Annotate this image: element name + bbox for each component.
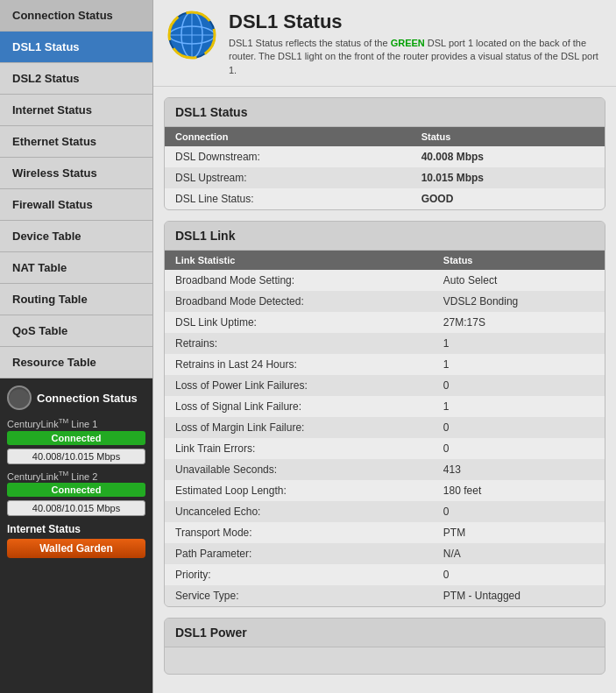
sidebar-item-qos-table[interactable]: QoS Table (0, 315, 152, 347)
row-value: 1 (433, 354, 605, 375)
walled-garden-badge: Walled Garden (7, 539, 145, 558)
line1-speed: 40.008/10.015 Mbps (7, 449, 145, 464)
table-row: DSL Upstream:10.015 Mbps (165, 167, 605, 188)
dsl1-power-title: DSL1 Power (165, 619, 605, 647)
row-value: 0 (433, 438, 605, 459)
table-row: Broadband Mode Setting:Auto Select (165, 270, 605, 291)
page-title: DSL1 Status (229, 11, 602, 33)
sidebar-item-wireless-status[interactable]: Wireless Status (0, 158, 152, 189)
sidebar-item-firewall-status[interactable]: Firewall Status (0, 189, 152, 221)
row-value: 0 (433, 375, 605, 396)
row-label: Service Type: (165, 585, 433, 606)
row-label: DSL Line Status: (165, 188, 411, 209)
row-label: Broadband Mode Setting: (165, 270, 433, 291)
dsl1-status-section: DSL1 Status Connection Status DSL Downst… (164, 97, 605, 210)
line2-status-badge: Connected (7, 483, 145, 497)
sidebar-item-resource-table[interactable]: Resource Table (0, 347, 152, 378)
table-row: DSL Downstream:40.008 Mbps (165, 146, 605, 167)
gauge-icon (7, 385, 32, 410)
sidebar: Connection StatusDSL1 StatusDSL2 StatusI… (0, 0, 153, 693)
sidebar-item-nat-table[interactable]: NAT Table (0, 252, 152, 284)
row-label: DSL Link Uptime: (165, 312, 433, 333)
table-row: DSL Line Status:GOOD (165, 188, 605, 209)
internet-status-label: Internet Status (7, 523, 145, 535)
row-label: Loss of Signal Link Failure: (165, 396, 433, 417)
row-value: PTM - Untagged (433, 585, 605, 606)
line2-speed: 40.008/10.015 Mbps (7, 500, 145, 516)
col-link-statistic: Link Statistic (165, 251, 433, 270)
table-row: Loss of Signal Link Failure:1 (165, 396, 605, 417)
dsl1-link-title: DSL1 Link (165, 222, 605, 251)
row-label: Retrains: (165, 333, 433, 354)
row-label: Priority: (165, 564, 433, 585)
dsl1-link-table: Link Statistic Status Broadband Mode Set… (165, 251, 605, 606)
row-value: GOOD (411, 188, 605, 209)
row-label: Broadband Mode Detected: (165, 291, 433, 312)
sidebar-item-routing-table[interactable]: Routing Table (0, 284, 152, 315)
row-label: Transport Mode: (165, 522, 433, 543)
table-row: Uncanceled Echo:0 (165, 501, 605, 522)
table-row: Estimated Loop Length:180 feet (165, 480, 605, 501)
col-link-status: Status (433, 251, 605, 270)
row-label: Estimated Loop Length: (165, 480, 433, 501)
col-status: Status (411, 127, 605, 146)
row-label: Uncanceled Echo: (165, 501, 433, 522)
row-value: 0 (433, 564, 605, 585)
row-value: VDSL2 Bonding (433, 291, 605, 312)
sidebar-item-internet-status[interactable]: Internet Status (0, 95, 152, 126)
row-value: 0 (433, 501, 605, 522)
row-value: 10.015 Mbps (411, 167, 605, 188)
sidebar-item-connection-status[interactable]: Connection Status (0, 0, 152, 32)
table-row: Loss of Margin Link Failure:0 (165, 417, 605, 438)
dsl1-power-section: DSL1 Power (164, 618, 605, 675)
table-row: Link Train Errors:0 (165, 438, 605, 459)
row-value: N/A (433, 543, 605, 564)
row-value: PTM (433, 522, 605, 543)
green-word: GREEN (391, 38, 425, 48)
table-row: Unavailable Seconds:413 (165, 459, 605, 480)
col-connection: Connection (165, 127, 411, 146)
page-description: DSL1 Status reflects the status of the G… (229, 37, 602, 77)
page-header-text: DSL1 Status DSL1 Status reflects the sta… (229, 11, 602, 77)
sidebar-item-dsl2-status[interactable]: DSL2 Status (0, 63, 152, 95)
row-value: 1 (433, 396, 605, 417)
row-value: Auto Select (433, 270, 605, 291)
dsl1-status-title: DSL1 Status (165, 98, 605, 127)
table-row: Retrains in Last 24 Hours:1 (165, 354, 605, 375)
row-label: Retrains in Last 24 Hours: (165, 354, 433, 375)
table-row: Retrains:1 (165, 333, 605, 354)
sidebar-item-dsl1-status[interactable]: DSL1 Status (0, 32, 152, 63)
table-row: Service Type:PTM - Untagged (165, 585, 605, 606)
table-row: Transport Mode:PTM (165, 522, 605, 543)
table-row: DSL Link Uptime:27M:17S (165, 312, 605, 333)
table-row: Loss of Power Link Failures:0 (165, 375, 605, 396)
dsl1-status-table: Connection Status DSL Downstream:40.008 … (165, 127, 605, 209)
row-value: 180 feet (433, 480, 605, 501)
table-row: Broadband Mode Detected:VDSL2 Bonding (165, 291, 605, 312)
main-content: DSL1 Status DSL1 Status reflects the sta… (153, 0, 616, 693)
dsl-icon (167, 11, 216, 60)
row-label: Loss of Margin Link Failure: (165, 417, 433, 438)
row-value: 0 (433, 417, 605, 438)
row-label: Link Train Errors: (165, 438, 433, 459)
row-label: Unavailable Seconds: (165, 459, 433, 480)
row-value: 1 (433, 333, 605, 354)
table-row: Priority:0 (165, 564, 605, 585)
row-label: DSL Upstream: (165, 167, 411, 188)
sidebar-nav: Connection StatusDSL1 StatusDSL2 StatusI… (0, 0, 152, 378)
line2-label: CenturyLinkTM Line 2 (7, 470, 145, 482)
table-row: Path Parameter:N/A (165, 543, 605, 564)
row-value: 27M:17S (433, 312, 605, 333)
connection-status-widget: Connection Status CenturyLinkTM Line 1 C… (0, 378, 152, 693)
sidebar-item-ethernet-status[interactable]: Ethernet Status (0, 126, 152, 158)
sidebar-item-device-table[interactable]: Device Table (0, 221, 152, 252)
line1-status-badge: Connected (7, 431, 145, 445)
row-value: 413 (433, 459, 605, 480)
dsl1-link-section: DSL1 Link Link Statistic Status Broadban… (164, 221, 605, 607)
row-value: 40.008 Mbps (411, 146, 605, 167)
row-label: Path Parameter: (165, 543, 433, 564)
row-label: DSL Downstream: (165, 146, 411, 167)
widget-title: Connection Status (37, 392, 138, 405)
row-label: Loss of Power Link Failures: (165, 375, 433, 396)
line1-label: CenturyLinkTM Line 1 (7, 417, 145, 429)
